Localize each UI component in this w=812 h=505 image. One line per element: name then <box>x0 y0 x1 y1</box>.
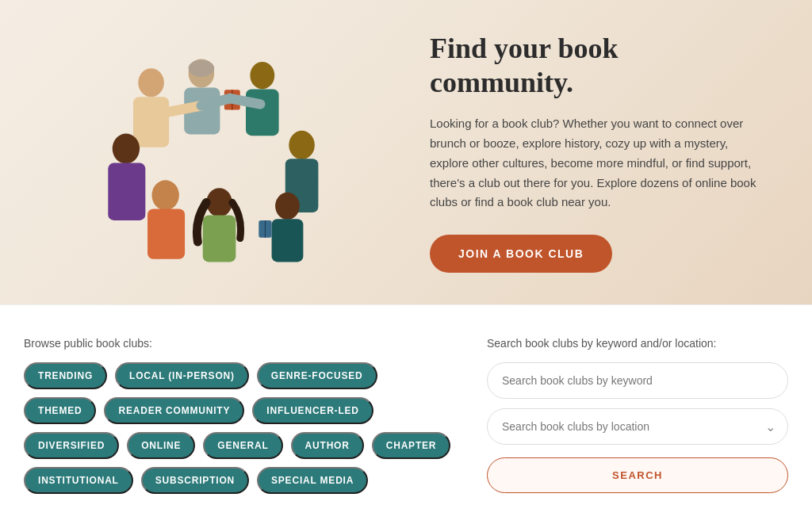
browse-tag[interactable]: CHAPTER <box>372 432 451 459</box>
svg-point-9 <box>113 134 140 164</box>
browse-tag[interactable]: INSTITUTIONAL <box>24 467 133 494</box>
browse-tag[interactable]: SPECIAL MEDIA <box>257 467 368 494</box>
browse-tag[interactable]: READER COMMUNITY <box>104 397 244 424</box>
search-section: Search book clubs by keyword and/or loca… <box>487 337 788 494</box>
location-select-container: Search book clubs by location ⌄ <box>487 408 788 445</box>
browse-section: Browse public book clubs: TRENDINGLOCAL … <box>24 337 455 494</box>
svg-point-0 <box>138 68 164 97</box>
svg-point-11 <box>289 131 315 159</box>
svg-rect-1 <box>133 97 169 147</box>
svg-rect-16 <box>203 216 236 262</box>
svg-point-17 <box>275 193 300 220</box>
hero-illustration <box>49 33 382 271</box>
search-button[interactable]: SEARCH <box>487 457 788 493</box>
svg-rect-14 <box>147 209 185 259</box>
svg-point-13 <box>151 180 178 210</box>
browse-tag[interactable]: ONLINE <box>127 432 195 459</box>
hero-title: Find your book community. <box>430 32 763 100</box>
keyword-input[interactable] <box>487 362 788 399</box>
browse-tag[interactable]: GENERAL <box>203 432 282 459</box>
svg-rect-18 <box>272 219 304 262</box>
bottom-section: Browse public book clubs: TRENDINGLOCAL … <box>0 304 812 505</box>
browse-tag[interactable]: GENRE-FOCUSED <box>257 362 377 389</box>
svg-line-23 <box>230 98 260 104</box>
browse-tag[interactable]: INFLUENCER-LED <box>252 397 373 424</box>
hero-section: Find your book community. Looking for a … <box>0 0 812 304</box>
svg-point-4 <box>189 59 215 77</box>
keyword-input-container <box>487 362 788 399</box>
browse-tag[interactable]: THEMED <box>24 397 96 424</box>
people-illustration <box>65 33 366 271</box>
tags-container: TRENDINGLOCAL (IN-PERSON)GENRE-FOCUSEDTH… <box>24 362 455 494</box>
hero-content: Find your book community. Looking for a … <box>430 32 763 273</box>
browse-tag[interactable]: SUBSCRIPTION <box>141 467 249 494</box>
browse-label: Browse public book clubs: <box>24 337 455 350</box>
search-label: Search book clubs by keyword and/or loca… <box>487 337 788 350</box>
hero-body: Looking for a book club? Whether you wan… <box>430 114 763 212</box>
svg-point-5 <box>250 62 274 89</box>
browse-tag[interactable]: DIVERSIFIED <box>24 432 119 459</box>
svg-rect-6 <box>246 89 279 136</box>
browse-tag[interactable]: LOCAL (IN-PERSON) <box>115 362 249 389</box>
join-button[interactable]: JOIN A BOOK CLUB <box>430 235 612 273</box>
svg-rect-10 <box>108 163 145 220</box>
svg-line-21 <box>164 105 201 113</box>
browse-tag[interactable]: TRENDING <box>24 362 107 389</box>
browse-tag[interactable]: AUTHOR <box>291 432 364 459</box>
location-select[interactable]: Search book clubs by location <box>487 408 788 445</box>
